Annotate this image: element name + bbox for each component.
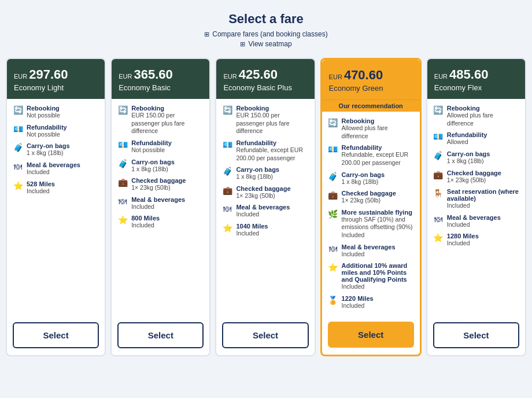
feature-icon: 🍽 — [222, 204, 232, 213]
feature-value: Allowed plus fare difference — [447, 112, 519, 127]
feature-label: Carry-on bags — [236, 166, 279, 173]
card-body-economy-basic-plus: 🔄RebookingEUR 150.00 per passenger plus … — [216, 99, 314, 316]
feature-icon: ⭐ — [328, 263, 338, 272]
feature-item: 🍽Meal & beveragesIncluded — [13, 161, 99, 176]
select-button-economy-flex[interactable]: Select — [433, 322, 519, 348]
feature-text: Carry-on bags1 x 8kg (18lb) — [131, 159, 175, 174]
feature-item: ⭐528 MilesIncluded — [13, 180, 99, 196]
compare-fares-label: Compare fares (and booking classes) — [212, 30, 327, 38]
fare-name-economy-basic-plus: Economy Basic Plus — [223, 83, 307, 92]
feature-text: Carry-on bags1 x 8kg (18lb) — [236, 166, 279, 181]
seatmap-link[interactable]: ⊞ View seatmap — [204, 40, 327, 48]
feature-text: Meal & beveragesIncluded — [447, 214, 501, 229]
feature-icon: 🔄 — [328, 118, 338, 127]
feature-icon: 🏅 — [328, 296, 338, 305]
fare-name-economy-light: Economy Light — [14, 83, 98, 92]
feature-label: Rebooking — [131, 105, 204, 112]
feature-text: 528 MilesIncluded — [27, 180, 55, 196]
feature-icon: 🧳 — [117, 159, 128, 168]
feature-icon: 🍽 — [328, 244, 338, 253]
feature-item: 🧳Carry-on bags1 x 8kg (18lb) — [117, 159, 204, 174]
feature-label: Seat reservation (where available) — [447, 188, 519, 202]
feature-icon: 🧳 — [433, 151, 444, 160]
feature-item: 🍽Meal & beveragesIncluded — [117, 196, 204, 211]
feature-text: Checked baggage1× 23kg (50lb) — [342, 190, 396, 205]
feature-text: Seat reservation (where available)Includ… — [447, 188, 519, 210]
card-body-economy-light: 🔄RebookingNot possible💶RefundabilityNot … — [7, 99, 105, 316]
feature-icon: 🍽 — [13, 162, 23, 171]
feature-item: 🔄RebookingNot possible — [13, 105, 99, 120]
feature-item: 💼Checked baggage1× 23kg (50lb) — [222, 185, 308, 200]
card-body-economy-basic: 🔄RebookingEUR 150.00 per passenger plus … — [112, 99, 209, 316]
feature-label: Refundability — [131, 139, 172, 146]
feature-text: RebookingEUR 150.00 per passenger plus f… — [236, 105, 308, 135]
feature-text: Checked baggage1× 23kg (50lb) — [447, 169, 501, 185]
feature-value: 1 x 8kg (18lb) — [342, 178, 385, 186]
feature-text: RebookingNot possible — [27, 105, 60, 120]
card-footer-economy-green: Select — [322, 316, 420, 355]
feature-label: Meal & beverages — [131, 196, 185, 203]
feature-item: 💶RefundabilityRefundable, except EUR 200… — [222, 139, 308, 162]
feature-icon: 🔄 — [222, 105, 232, 115]
feature-text: Meal & beveragesIncluded — [131, 196, 185, 211]
fare-card-economy-green: EUR 470.60Economy GreenOur recommendatio… — [320, 58, 422, 356]
feature-value: EUR 150.00 per passenger plus fare diffe… — [131, 112, 204, 135]
select-button-economy-basic[interactable]: Select — [117, 322, 204, 348]
feature-label: Refundability — [27, 124, 67, 131]
feature-text: RebookingEUR 150.00 per passenger plus f… — [131, 105, 204, 135]
feature-item: ⭐Additional 10% award miles and 10% Poin… — [328, 262, 414, 291]
feature-value: EUR 150.00 per passenger plus fare diffe… — [236, 112, 308, 135]
feature-label: 528 Miles — [27, 180, 55, 187]
page-header: Select a fare ⊞ Compare fares (and booki… — [204, 12, 327, 50]
feature-text: 1280 MilesIncluded — [447, 233, 479, 248]
feature-item: 🍽Meal & beveragesIncluded — [328, 244, 414, 259]
feature-label: 1220 Miles — [342, 295, 374, 302]
select-button-economy-light[interactable]: Select — [13, 322, 99, 348]
feature-value: Included — [236, 211, 290, 219]
feature-icon: ⭐ — [433, 233, 444, 242]
feature-icon: 💼 — [433, 170, 444, 179]
feature-text: 1220 MilesIncluded — [342, 295, 374, 310]
recommendation-badge: Our recommendation — [322, 100, 420, 112]
compare-fares-link[interactable]: ⊞ Compare fares (and booking classes) — [204, 30, 327, 38]
card-header-economy-flex: EUR 485.60Economy Flex — [427, 59, 525, 99]
card-footer-economy-light: Select — [7, 316, 105, 355]
feature-item: 🏅1220 MilesIncluded — [328, 295, 414, 310]
feature-value: Included — [342, 302, 374, 310]
feature-value: 1× 23kg (50lb) — [236, 192, 290, 200]
feature-value: Not possible — [27, 131, 67, 139]
fare-price-economy-green: EUR 470.60 — [329, 68, 413, 83]
feature-item: 🔄RebookingEUR 150.00 per passenger plus … — [222, 105, 308, 135]
feature-icon: 💶 — [13, 124, 23, 134]
feature-value: 1 x 8kg (18lb) — [27, 149, 70, 157]
feature-item: 🪑Seat reservation (where available)Inclu… — [433, 188, 519, 210]
feature-icon: 🔄 — [13, 105, 23, 115]
feature-item: 🧳Carry-on bags1 x 8kg (18lb) — [13, 142, 99, 157]
feature-text: Carry-on bags1 x 8kg (18lb) — [447, 150, 490, 165]
feature-item: 🔄RebookingAllowed plus fare difference — [328, 117, 414, 140]
feature-icon: ⭐ — [117, 215, 128, 224]
feature-text: Meal & beveragesIncluded — [27, 161, 80, 176]
feature-value: Not possible — [27, 112, 60, 120]
feature-item: ⭐1280 MilesIncluded — [433, 233, 519, 248]
feature-label: Checked baggage — [342, 190, 396, 197]
feature-label: Meal & beverages — [27, 161, 80, 168]
card-footer-economy-flex: Select — [427, 316, 525, 355]
select-button-economy-basic-plus[interactable]: Select — [222, 322, 308, 348]
feature-item: 💶RefundabilityRefundable, except EUR 200… — [328, 144, 414, 167]
feature-label: Rebooking — [27, 105, 60, 112]
feature-icon: 🧳 — [328, 172, 338, 181]
feature-label: Rebooking — [447, 105, 519, 112]
feature-icon: 🔄 — [117, 105, 128, 115]
feature-icon: 💶 — [117, 140, 128, 149]
feature-value: 1× 23kg (50lb) — [131, 184, 186, 192]
feature-value: Allowed plus fare difference — [342, 124, 414, 140]
feature-icon: 🍽 — [433, 215, 444, 224]
feature-text: Additional 10% award miles and 10% Point… — [342, 262, 414, 291]
select-button-economy-green[interactable]: Select — [328, 322, 414, 348]
compare-icon: ⊞ — [204, 31, 209, 38]
feature-text: 1040 MilesIncluded — [236, 223, 268, 238]
seatmap-icon: ⊞ — [240, 40, 245, 48]
feature-value: Allowed — [447, 138, 487, 146]
feature-value: Refundable, except EUR 200.00 per passen… — [236, 146, 308, 162]
